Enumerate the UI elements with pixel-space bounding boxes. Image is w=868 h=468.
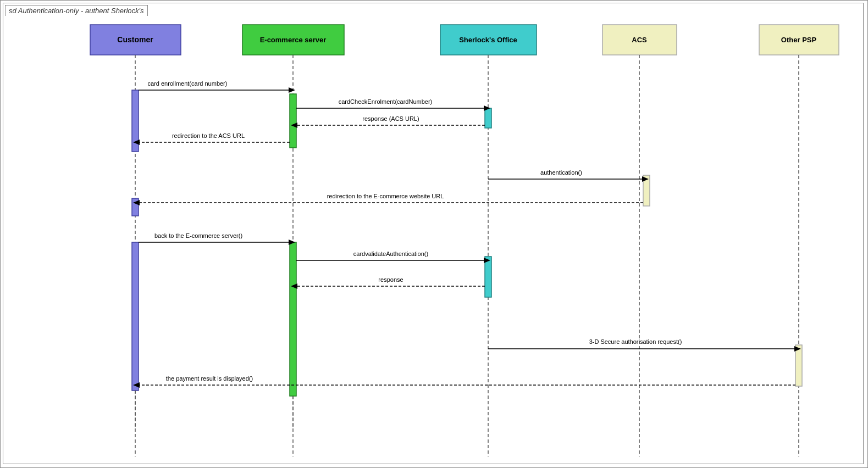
- diagram-container: sd Authentication-only - authent Sherloc…: [0, 0, 868, 468]
- frame-border: [3, 3, 864, 464]
- frame-label: sd Authentication-only - authent Sherloc…: [5, 5, 148, 16]
